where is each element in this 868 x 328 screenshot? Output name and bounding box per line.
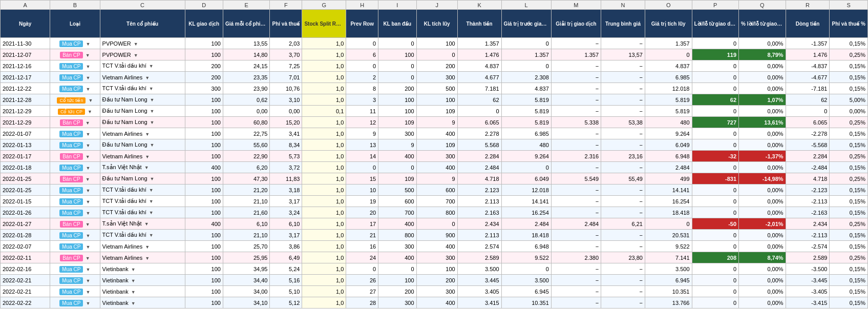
cell-kl[interactable]: 100	[185, 128, 223, 139]
cell-pct[interactable]: 0,00%	[739, 38, 786, 49]
cell-phi-pct[interactable]: 0,15%	[830, 72, 868, 83]
cell-date[interactable]: 2021-12-28	[1, 94, 50, 106]
cell-gt-truoc[interactable]: 6.945	[501, 286, 551, 297]
dropdown-arrow-icon[interactable]: ▼	[86, 256, 90, 261]
dropdown-arrow-icon[interactable]: ▼	[86, 64, 91, 69]
cell-date[interactable]: 2021-12-22	[1, 83, 50, 94]
stock-dropdown-icon[interactable]: ▼	[144, 165, 149, 170]
cell-gia[interactable]: 34,00	[223, 286, 270, 297]
cell-gt-tl[interactable]: 9.264	[645, 128, 692, 139]
cell-tb-gia[interactable]: −	[601, 106, 645, 117]
cell-date[interactable]: 2022-01-27	[1, 218, 50, 230]
col-letter-j[interactable]: J	[416, 1, 457, 10]
stock-dropdown-icon[interactable]: ▼	[150, 109, 155, 114]
cell-thanhtien[interactable]: 2.484	[457, 162, 501, 173]
cell-kl[interactable]: 100	[185, 286, 223, 297]
cell-loi-lo[interactable]: 0	[692, 207, 739, 218]
cell-gt-giao[interactable]: −	[551, 230, 601, 241]
cell-kl[interactable]: 100	[185, 207, 223, 218]
cell-phi[interactable]: 5,24	[270, 263, 302, 275]
cell-thanhtien[interactable]: 3.500	[457, 263, 501, 275]
cell-date[interactable]: 2022-01-15	[1, 196, 50, 207]
cell-kl-tl[interactable]: 100	[416, 94, 457, 106]
cell-phi[interactable]: 8,34	[270, 139, 302, 151]
cell-tb-gia[interactable]: 13,57	[601, 49, 645, 60]
cell-gt-tl[interactable]: 5.819	[645, 106, 692, 117]
cell-loi-lo[interactable]: 727	[692, 117, 739, 128]
cell-kl-tl[interactable]: 400	[416, 241, 457, 252]
col-letter-c[interactable]: C	[100, 1, 185, 10]
cell-type[interactable]: Bán CP ▼	[50, 49, 100, 60]
cell-kl[interactable]: 100	[185, 230, 223, 241]
cell-gt-giao[interactable]: −	[551, 184, 601, 196]
cell-type[interactable]: Bán CP ▼	[50, 173, 100, 184]
cell-gt-tl[interactable]: 6.945	[645, 275, 692, 286]
cell-thanhtien[interactable]: 4.718	[457, 173, 501, 184]
cell-pct[interactable]: 0,00%	[739, 196, 786, 207]
cell-kl[interactable]: 100	[185, 275, 223, 286]
cell-thanhtien[interactable]: 2.574	[457, 241, 501, 252]
cell-phi-pct[interactable]: 0,25%	[830, 117, 868, 128]
cell-ratio[interactable]: 1,0	[302, 263, 346, 275]
dropdown-arrow-icon[interactable]: ▼	[86, 154, 90, 159]
cell-type[interactable]: Mua CP ▼	[50, 139, 100, 151]
cell-ratio[interactable]: 1,0	[302, 72, 346, 83]
cell-gt-tl[interactable]: 0	[645, 218, 692, 230]
stock-dropdown-icon[interactable]: ▼	[149, 86, 154, 91]
cell-phi-pct[interactable]: 0,15%	[830, 297, 868, 309]
cell-gt-tl[interactable]: 480	[645, 117, 692, 128]
cell-tb-gia[interactable]: −	[601, 139, 645, 151]
cell-kl-bd[interactable]: 100	[378, 49, 416, 60]
cell-stock[interactable]: TCT V.tải dầu khí ▼	[100, 196, 185, 207]
dropdown-arrow-icon[interactable]: ▼	[86, 188, 91, 193]
cell-phi[interactable]: 15,20	[270, 117, 302, 128]
cell-stock[interactable]: Đầu tư Nam Long ▼	[100, 106, 185, 117]
cell-dong-tien[interactable]: 6.065	[786, 117, 830, 128]
cell-date[interactable]: 2021-12-29	[1, 117, 50, 128]
cell-gt-truoc[interactable]: 5.819	[501, 117, 551, 128]
col-letter-a[interactable]: A	[1, 1, 50, 10]
cell-gia[interactable]: 22,90	[223, 151, 270, 162]
stock-dropdown-icon[interactable]: ▼	[149, 233, 154, 238]
cell-kl-bd[interactable]: 9	[378, 139, 416, 151]
cell-kl-tl[interactable]: 200	[416, 275, 457, 286]
cell-stock[interactable]: TCT V.tải dầu khí ▼	[100, 60, 185, 72]
cell-ratio[interactable]: 1,0	[302, 275, 346, 286]
dropdown-arrow-icon[interactable]: ▼	[86, 199, 91, 204]
cell-loi-lo[interactable]: 119	[692, 49, 739, 60]
cell-gia[interactable]: 13,55	[223, 38, 270, 49]
cell-pct[interactable]: 13,61%	[739, 117, 786, 128]
stock-dropdown-icon[interactable]: ▼	[149, 199, 154, 204]
cell-gt-tl[interactable]: 6.985	[645, 72, 692, 83]
cell-stock[interactable]: TCT V.tải dầu khí ▼	[100, 230, 185, 241]
cell-gia[interactable]: 25,95	[223, 252, 270, 263]
cell-prev[interactable]: 17	[346, 218, 378, 230]
cell-gt-truoc[interactable]: 0	[501, 162, 551, 173]
cell-gt-giao[interactable]: −	[551, 263, 601, 275]
cell-stock[interactable]: Đầu tư Nam Long ▼	[100, 173, 185, 184]
cell-pct[interactable]: 0,00%	[739, 72, 786, 83]
cell-type[interactable]: Mua CP ▼	[50, 241, 100, 252]
cell-gt-truoc[interactable]: 1.357	[501, 49, 551, 60]
cell-kl-tl[interactable]: 9	[416, 173, 457, 184]
cell-tb-gia[interactable]: −	[601, 207, 645, 218]
cell-dong-tien[interactable]: 62	[786, 94, 830, 106]
cell-kl-tl[interactable]: 0	[416, 49, 457, 60]
cell-loi-lo[interactable]: 0	[692, 297, 739, 309]
cell-loi-lo[interactable]: 0	[692, 38, 739, 49]
cell-dong-tien[interactable]: 2.434	[786, 218, 830, 230]
cell-date[interactable]: 2021-12-07	[1, 49, 50, 60]
cell-pct[interactable]: 0,00%	[739, 162, 786, 173]
cell-phi-pct[interactable]: 0,15%	[830, 162, 868, 173]
cell-gt-tl[interactable]: 16.254	[645, 196, 692, 207]
cell-pct[interactable]: 0,00%	[739, 275, 786, 286]
cell-tb-gia[interactable]: −	[601, 230, 645, 241]
cell-phi-pct[interactable]: 0,15%	[830, 207, 868, 218]
cell-phi[interactable]: 5,10	[270, 286, 302, 297]
cell-gt-giao[interactable]: −	[551, 162, 601, 173]
cell-gt-truoc[interactable]: 5.819	[501, 106, 551, 117]
cell-thanhtien[interactable]: 2.123	[457, 184, 501, 196]
cell-date[interactable]: 2022-01-07	[1, 128, 50, 139]
cell-ratio[interactable]: 1,0	[302, 83, 346, 94]
cell-tb-gia[interactable]: −	[601, 83, 645, 94]
